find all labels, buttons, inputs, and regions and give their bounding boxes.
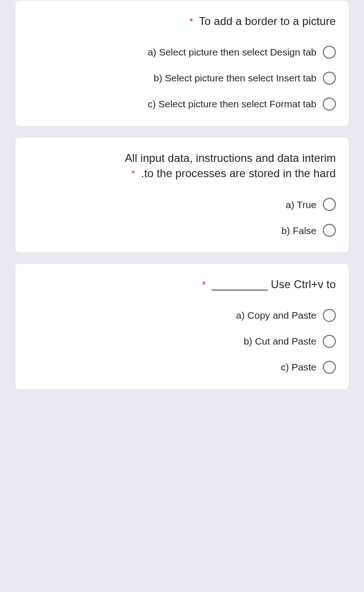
question-title: * To add a border to a picture xyxy=(28,13,336,29)
radio-icon[interactable] xyxy=(323,335,336,348)
options-group: a) Copy and Paste b) Cut and Paste c) Pa… xyxy=(28,309,336,374)
option-row[interactable]: c) Paste xyxy=(28,361,336,374)
radio-icon[interactable] xyxy=(323,72,336,85)
option-label: b) Select picture then select Insert tab xyxy=(153,72,316,84)
options-group: a) True b) False xyxy=(28,198,336,237)
question-text-line2: .to the processes are stored in the hard xyxy=(141,167,336,179)
question-title: * _________ Use Ctrl+v to xyxy=(28,277,336,292)
required-asterisk: * xyxy=(189,16,194,27)
option-row[interactable]: c) Select picture then select Format tab xyxy=(28,98,336,111)
question-text: _________ Use Ctrl+v to xyxy=(212,278,336,290)
option-label: b) Cut and Paste xyxy=(243,335,316,347)
option-row[interactable]: a) True xyxy=(28,198,336,211)
question-card: * To add a border to a picture a) Select… xyxy=(15,0,349,127)
radio-icon[interactable] xyxy=(323,309,336,322)
option-row[interactable]: a) Copy and Paste xyxy=(28,309,336,322)
option-row[interactable]: b) False xyxy=(28,224,336,237)
radio-icon[interactable] xyxy=(323,98,336,111)
form-page: * To add a border to a picture a) Select… xyxy=(0,0,364,390)
radio-icon[interactable] xyxy=(323,224,336,237)
options-group: a) Select picture then select Design tab… xyxy=(28,46,336,111)
option-row[interactable]: b) Cut and Paste xyxy=(28,335,336,348)
question-text: To add a border to a picture xyxy=(199,15,336,27)
required-asterisk: * xyxy=(131,168,135,179)
option-row[interactable]: b) Select picture then select Insert tab xyxy=(28,72,336,85)
radio-icon[interactable] xyxy=(323,46,336,59)
option-label: a) True xyxy=(285,198,316,211)
option-label: a) Select picture then select Design tab xyxy=(148,46,316,58)
question-title: All input data, instructions and data in… xyxy=(28,150,336,181)
required-asterisk: * xyxy=(202,279,206,290)
question-card: * _________ Use Ctrl+v to a) Copy and Pa… xyxy=(15,263,349,390)
option-label: c) Paste xyxy=(281,361,316,373)
radio-icon[interactable] xyxy=(323,361,336,374)
question-card: All input data, instructions and data in… xyxy=(15,137,349,253)
option-label: a) Copy and Paste xyxy=(236,309,316,321)
question-text-line1: All input data, instructions and data in… xyxy=(125,152,336,164)
option-label: b) False xyxy=(281,224,316,237)
option-label: c) Select picture then select Format tab xyxy=(148,98,316,110)
option-row[interactable]: a) Select picture then select Design tab xyxy=(28,46,336,59)
radio-icon[interactable] xyxy=(323,198,336,211)
